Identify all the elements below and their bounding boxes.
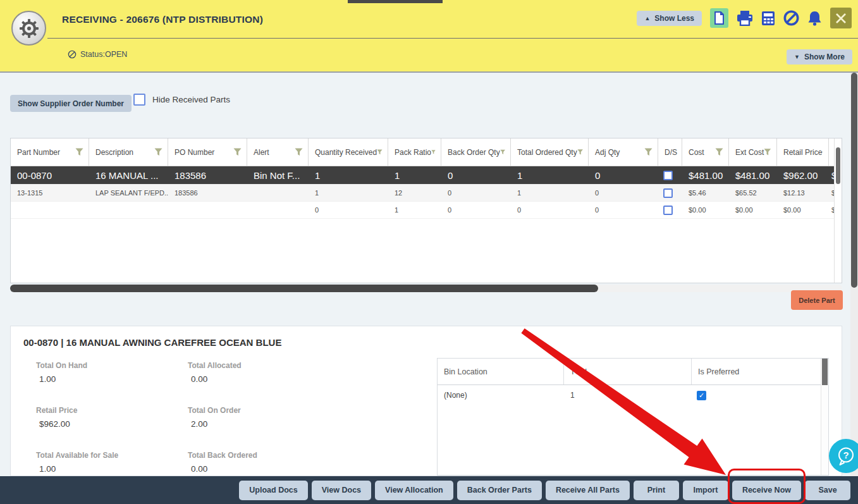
filter-icon[interactable] — [644, 148, 653, 156]
detail-field-total-on-hand: Total On Hand1.00 — [36, 361, 188, 384]
field-value: 0.00 — [188, 374, 377, 384]
field-value: 0.00 — [188, 464, 377, 474]
column-label: Quantity Received — [315, 148, 377, 157]
column-header-d-s[interactable]: D/S — [658, 138, 682, 166]
column-header-is-preferred[interactable]: Is Preferred — [692, 359, 822, 384]
column-header-back-order-qty[interactable]: Back Order Qty — [441, 138, 511, 166]
column-header-cost[interactable]: Cost — [682, 138, 729, 166]
column-header-retail-price[interactable]: Retail Price — [777, 138, 829, 166]
part-detail-panel: 00-0870 | 16 MANUAL AWNING CAREFREE OCEA… — [10, 326, 842, 476]
block-icon — [783, 10, 799, 26]
cell-cost: $0.00 — [682, 206, 729, 214]
app-logo — [11, 11, 46, 46]
column-header-total-ordered-qty[interactable]: Total Ordered Qty — [511, 138, 589, 166]
column-header-pack-ratio[interactable]: Pack Ratio — [388, 138, 441, 166]
receive-all-parts-button[interactable]: Receive All Parts — [546, 481, 630, 500]
import-button[interactable]: Import — [683, 481, 728, 500]
cell-total-ordered-qty: 1 — [511, 170, 589, 181]
help-label: ? — [843, 450, 849, 460]
print-button[interactable] — [737, 11, 753, 26]
close-icon — [835, 13, 847, 24]
page-vertical-scrollbar[interactable] — [850, 73, 858, 476]
show-supplier-order-number-button[interactable]: Show Supplier Order Number — [10, 95, 132, 112]
column-header-adj-qty[interactable]: Adj Qty — [589, 138, 658, 166]
bin-location-table: Bin Location TOH Is Preferred (None)1✓ — [437, 358, 829, 476]
scrollbar-thumb[interactable] — [822, 359, 828, 385]
filter-icon[interactable] — [764, 148, 771, 156]
column-header-alert[interactable]: Alert — [247, 138, 309, 166]
table-row[interactable]: 01000$0.00$0.00$0.00$ — [11, 202, 835, 219]
cell-adj-qty: 0 — [589, 170, 658, 181]
filter-icon[interactable] — [233, 148, 242, 156]
receiving-window: RECEIVING - 206676 (NTP DISTRIBUTION) St… — [0, 0, 858, 504]
cell-back-order-qty: 0 — [441, 206, 511, 214]
cell-quantity-received: 1 — [309, 189, 388, 197]
bin-table-scrollbar[interactable] — [821, 359, 828, 475]
bin-table-body: (None)1✓ — [438, 385, 828, 405]
view-allocation-button[interactable]: View Allocation — [375, 481, 453, 500]
filter-icon[interactable] — [500, 148, 505, 156]
cell-ext-cost: $0.00 — [729, 206, 777, 214]
bin-table-row[interactable]: (None)1✓ — [438, 385, 822, 405]
is-preferred-checkbox[interactable]: ✓ — [697, 391, 706, 400]
filter-icon[interactable] — [431, 148, 436, 156]
cell-quantity-received: 0 — [309, 206, 388, 214]
status-row: Status:OPEN — [68, 50, 127, 59]
void-button[interactable] — [783, 10, 799, 26]
document-button[interactable] — [710, 8, 728, 28]
save-button[interactable]: Save — [805, 481, 850, 500]
filter-icon[interactable] — [75, 148, 83, 156]
filter-icon[interactable] — [295, 148, 303, 156]
column-header-description[interactable]: Description — [89, 138, 168, 166]
column-label: Alert — [254, 148, 269, 157]
parts-table-vertical-scrollbar[interactable] — [834, 138, 842, 283]
column-header-toh[interactable]: TOH — [564, 359, 692, 384]
filter-icon[interactable] — [154, 148, 162, 156]
filter-icon[interactable] — [822, 148, 823, 156]
cell-back-order-qty: 0 — [441, 170, 511, 181]
hide-received-parts-checkbox[interactable] — [133, 94, 145, 106]
field-value: 2.00 — [188, 419, 377, 429]
scrollbar-thumb[interactable] — [836, 147, 840, 184]
part-detail-title: 00-0870 | 16 MANUAL AWNING CAREFREE OCEA… — [23, 337, 281, 348]
cell-adj-qty: 0 — [589, 206, 658, 214]
parts-table-horizontal-scrollbar[interactable] — [10, 285, 842, 292]
page-title: RECEIVING - 206676 (NTP DISTRIBUTION) — [62, 14, 263, 25]
filter-icon[interactable] — [377, 148, 383, 156]
ds-checkbox[interactable] — [663, 171, 673, 180]
column-label: Retail Price — [783, 148, 822, 157]
column-label: D/S — [665, 148, 677, 157]
cell-quantity-received: 1 — [309, 170, 388, 181]
table-row[interactable]: 13-1315LAP SEALANT F/EPD...183586112010$… — [11, 185, 835, 202]
field-value: $962.00 — [36, 419, 188, 429]
column-header-po-number[interactable]: PO Number — [168, 138, 247, 166]
status-icon — [68, 50, 77, 59]
ds-checkbox[interactable] — [663, 206, 673, 215]
back-order-parts-button[interactable]: Back Order Parts — [457, 481, 542, 500]
column-header-part-number[interactable]: Part Number — [11, 138, 89, 166]
scrollbar-thumb[interactable] — [851, 73, 857, 288]
notifications-button[interactable] — [807, 11, 822, 26]
receive-now-button[interactable]: Receive Now — [732, 481, 801, 500]
filter-icon[interactable] — [715, 148, 723, 156]
help-button[interactable]: ? — [829, 439, 858, 473]
filter-icon[interactable] — [577, 148, 583, 156]
upload-docs-button[interactable]: Upload Docs — [239, 481, 307, 500]
part-detail-fields: Total On Hand1.00Total Allocated0.00Reta… — [36, 361, 377, 474]
table-row[interactable]: 00-087016 MANUAL ...183586Bin Not F...11… — [11, 166, 835, 185]
help-icon: ? — [835, 445, 857, 467]
delete-part-button[interactable]: Delete Part — [791, 290, 843, 310]
column-header-bin-location[interactable]: Bin Location — [438, 359, 564, 384]
cell-po-number: 183586 — [168, 189, 247, 197]
column-header-quantity-received[interactable]: Quantity Received — [309, 138, 388, 166]
calculator-button[interactable] — [761, 11, 775, 26]
scrollbar-thumb[interactable] — [10, 285, 598, 292]
ds-checkbox[interactable] — [663, 188, 673, 198]
cell-pack-ratio: 1 — [388, 206, 441, 214]
view-docs-button[interactable]: View Docs — [312, 481, 371, 500]
column-header-ext-cost[interactable]: Ext Cost — [729, 138, 777, 166]
show-less-button[interactable]: ▲ Show Less — [637, 11, 702, 26]
close-button[interactable] — [830, 8, 852, 28]
print-button[interactable]: Print — [634, 481, 679, 500]
show-more-button[interactable]: ▼ Show More — [787, 49, 852, 65]
